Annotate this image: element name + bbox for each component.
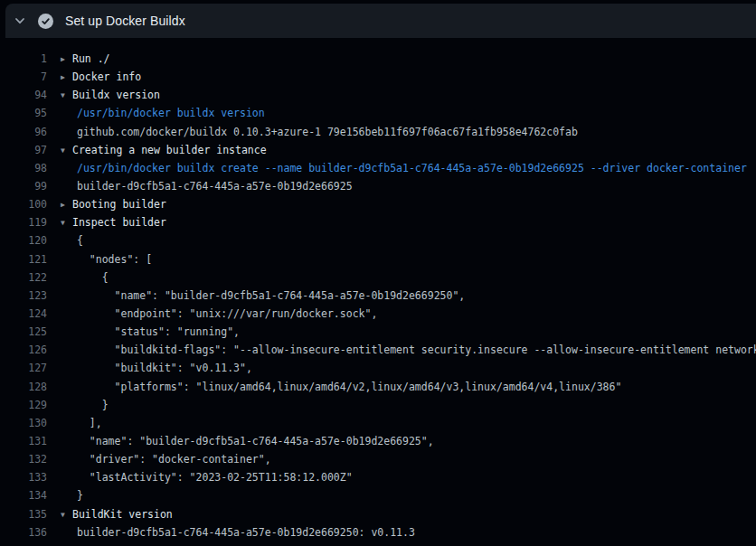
log-line: 133 "lastActivity": "2023-02-25T11:58:12… [0, 468, 756, 486]
log-text: "nodes": [ [77, 253, 152, 266]
log-line: 136builder-d9cfb5a1-c764-445a-a57e-0b19d… [0, 523, 756, 541]
group-label: BuildKit version [72, 508, 173, 521]
log-text: ], [77, 417, 102, 429]
log-line: 135▼BuildKit version [0, 505, 756, 523]
log-text: { [77, 271, 109, 284]
log-text: "driver": "docker-container", [77, 453, 271, 466]
log-text: /usr/bin/docker buildx create --name bui… [77, 162, 747, 174]
log-text: "buildkit": "v0.11.3", [77, 362, 252, 374]
caret-down-icon[interactable]: ▼ [61, 214, 72, 231]
log-text-line: "nodes": [ [61, 250, 152, 268]
log-group-header[interactable]: ▼BuildKit version [61, 505, 173, 523]
log-text-line: "name": "builder-d9cfb5a1-c764-445a-a57e… [61, 432, 434, 450]
line-number[interactable]: 126 [0, 341, 47, 359]
log-line: 127 "buildkit": "v0.11.3", [0, 359, 756, 377]
log-line: 129 } [0, 396, 756, 414]
log-line: 122 { [0, 268, 756, 287]
log-group-header[interactable]: ▶Booting builder [61, 195, 166, 213]
log-text-line: builder-d9cfb5a1-c764-445a-a57e-0b19d2e6… [61, 523, 415, 541]
group-label: Run ./ [72, 52, 110, 65]
log-text-line: /usr/bin/docker buildx version [61, 104, 265, 122]
line-number[interactable]: 94 [0, 86, 47, 104]
log-text-line: "buildkit": "v0.11.3", [61, 359, 252, 377]
log-text: builder-d9cfb5a1-c764-445a-a57e-0b19d2e6… [77, 526, 415, 539]
line-number[interactable]: 1 [0, 50, 47, 68]
log-text-line: { [61, 231, 83, 249]
log-group-header[interactable]: ▼Buildx version [61, 86, 160, 104]
log-text-line: "platforms": "linux/amd64,linux/amd64/v2… [61, 378, 621, 396]
group-label: Booting builder [72, 198, 166, 211]
line-number[interactable]: 97 [0, 141, 47, 159]
line-number[interactable]: 136 [0, 523, 47, 541]
caret-down-icon[interactable]: ▼ [61, 506, 72, 523]
log-line: 125 "status": "running", [0, 323, 756, 341]
log-area: 1▶Run ./7▶Docker info94▼Buildx version95… [0, 38, 756, 546]
line-number[interactable]: 134 [0, 486, 47, 504]
line-number[interactable]: 123 [0, 287, 47, 305]
line-number[interactable]: 95 [0, 104, 47, 122]
log-text-line: builder-d9cfb5a1-c764-445a-a57e-0b19d2e6… [61, 177, 353, 195]
line-number[interactable]: 133 [0, 468, 47, 486]
step-header[interactable]: Set up Docker Buildx [5, 4, 756, 38]
line-number[interactable]: 7 [0, 68, 47, 86]
line-number[interactable]: 99 [0, 177, 47, 195]
caret-right-icon[interactable]: ▶ [61, 51, 72, 68]
group-label: Buildx version [72, 89, 160, 101]
log-line: 97▼Creating a new builder instance [0, 141, 756, 159]
line-number[interactable]: 98 [0, 159, 47, 177]
log-text-line: "buildkitd-flags": "--allow-insecure-ent… [61, 341, 756, 359]
log-line: 94▼Buildx version [0, 86, 756, 104]
log-text: } [77, 489, 83, 502]
log-text: } [77, 399, 109, 411]
line-number[interactable]: 132 [0, 450, 47, 468]
line-number[interactable]: 121 [0, 250, 47, 268]
log-group-header[interactable]: ▼Inspect builder [61, 213, 166, 231]
caret-down-icon[interactable]: ▼ [61, 87, 72, 104]
log-text-line: { [61, 268, 109, 287]
log-text: github.com/docker/buildx 0.10.3+azure-1 … [77, 126, 578, 138]
log-lines: 1▶Run ./7▶Docker info94▼Buildx version95… [0, 50, 756, 541]
line-number[interactable]: 129 [0, 396, 47, 414]
log-group-header[interactable]: ▼Creating a new builder instance [61, 141, 267, 159]
line-number[interactable]: 130 [0, 414, 47, 432]
log-text-line: /usr/bin/docker buildx create --name bui… [61, 159, 747, 177]
line-number[interactable]: 122 [0, 268, 47, 287]
log-line: 96github.com/docker/buildx 0.10.3+azure-… [0, 123, 756, 141]
line-number[interactable]: 96 [0, 123, 47, 141]
caret-down-icon[interactable]: ▼ [61, 142, 72, 159]
line-number[interactable]: 127 [0, 359, 47, 377]
log-line: 130 ], [0, 414, 756, 432]
log-group-header[interactable]: ▶Docker info [61, 68, 141, 86]
line-number[interactable]: 100 [0, 195, 47, 213]
log-text: { [77, 234, 83, 247]
line-number[interactable]: 131 [0, 432, 47, 450]
log-group-header[interactable]: ▶Run ./ [61, 50, 110, 68]
log-text-line: "status": "running", [61, 323, 240, 341]
log-line: 95/usr/bin/docker buildx version [0, 104, 756, 122]
line-number[interactable]: 125 [0, 323, 47, 341]
log-text-line: "lastActivity": "2023-02-25T11:58:12.000… [61, 468, 353, 486]
chevron-down-icon[interactable] [14, 14, 26, 27]
log-line: 123 "name": "builder-d9cfb5a1-c764-445a-… [0, 287, 756, 305]
line-number[interactable]: 124 [0, 305, 47, 323]
line-number[interactable]: 135 [0, 505, 47, 523]
caret-right-icon[interactable]: ▶ [61, 69, 72, 86]
log-line: 124 "endpoint": "unix:///var/run/docker.… [0, 305, 756, 323]
status-check-icon [38, 14, 53, 29]
line-number[interactable]: 128 [0, 378, 47, 396]
caret-right-icon[interactable]: ▶ [61, 196, 72, 213]
log-line: 120{ [0, 231, 756, 249]
log-text: /usr/bin/docker buildx version [77, 107, 265, 119]
log-line: 126 "buildkitd-flags": "--allow-insecure… [0, 341, 756, 359]
log-line: 134} [0, 486, 756, 504]
log-line: 99builder-d9cfb5a1-c764-445a-a57e-0b19d2… [0, 177, 756, 195]
line-number[interactable]: 119 [0, 213, 47, 231]
log-text-line: "name": "builder-d9cfb5a1-c764-445a-a57e… [61, 287, 465, 305]
group-label: Docker info [72, 71, 141, 83]
log-text: "status": "running", [77, 325, 240, 338]
log-text: builder-d9cfb5a1-c764-445a-a57e-0b19d2e6… [77, 180, 353, 193]
log-text-line: github.com/docker/buildx 0.10.3+azure-1 … [61, 123, 578, 141]
log-line: 132 "driver": "docker-container", [0, 450, 756, 468]
line-number[interactable]: 120 [0, 231, 47, 249]
log-text: "lastActivity": "2023-02-25T11:58:12.000… [77, 471, 353, 484]
